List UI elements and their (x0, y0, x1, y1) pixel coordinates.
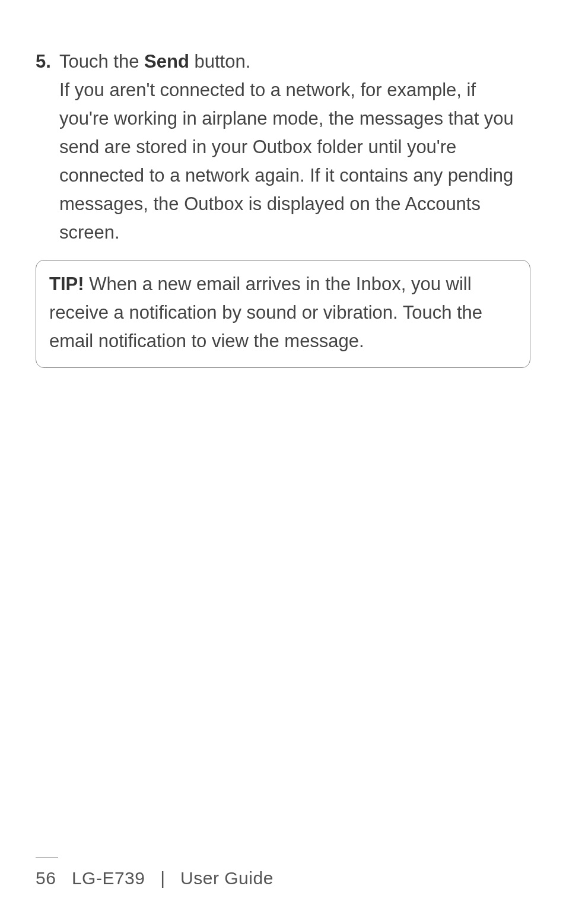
step-paragraph: If you aren't connected to a network, fo… (59, 76, 530, 247)
page-content: 5. Touch the Send button. If you aren't … (36, 47, 530, 368)
step-number: 5. (36, 47, 59, 247)
step-line-prefix: Touch the (59, 51, 144, 72)
page-footer: 56 LG-E739 | User Guide (0, 857, 566, 888)
step-line-bold: Send (144, 51, 189, 72)
footer-divider: | (150, 868, 176, 888)
step-5: 5. Touch the Send button. If you aren't … (36, 47, 530, 247)
tip-label: TIP! (49, 274, 84, 294)
step-number-text: 5. (36, 51, 51, 72)
footer-text: 56 LG-E739 | User Guide (36, 868, 530, 888)
step-body: Touch the Send button. If you aren't con… (59, 47, 530, 247)
footer-title: User Guide (180, 868, 274, 888)
footer-model: LG-E739 (72, 868, 145, 888)
footer-rule (36, 857, 58, 858)
page-number: 56 (36, 868, 56, 888)
tip-box: TIP! When a new email arrives in the Inb… (36, 260, 530, 368)
step-line-suffix: button. (189, 51, 250, 72)
tip-text: When a new email arrives in the Inbox, y… (49, 274, 482, 351)
